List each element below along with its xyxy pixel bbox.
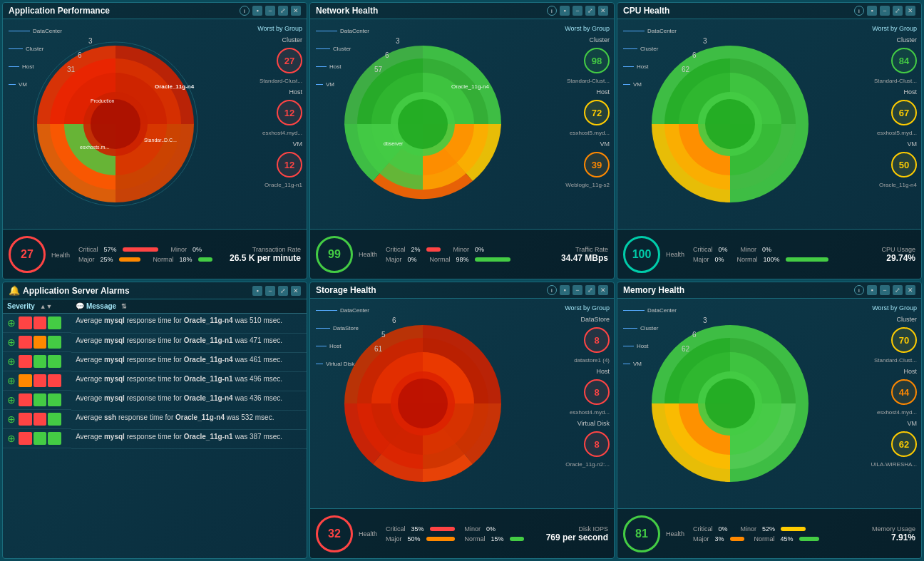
- severity-col-header[interactable]: Severity ▲▼: [3, 299, 71, 314]
- net-info-btn[interactable]: i: [547, 6, 557, 16]
- storage-vd-badge[interactable]: 8: [584, 431, 610, 457]
- severity-block: [34, 355, 47, 368]
- close-btn[interactable]: ✕: [291, 6, 301, 16]
- alarm-severity-cell: ⊕: [3, 314, 71, 333]
- storage-host-badge[interactable]: 8: [584, 379, 610, 405]
- menu-btn[interactable]: ▪: [252, 6, 262, 16]
- net-status-bar: 99 Health Critical 2% Minor 0% Major 0% …: [310, 229, 614, 279]
- alarm-min-btn[interactable]: −: [265, 286, 275, 296]
- alarm-severity-bar: [19, 413, 61, 426]
- svg-point-14: [398, 379, 448, 428]
- net-wbg-title: Worst by Group: [565, 25, 610, 32]
- storage-health-label: Health: [359, 530, 377, 537]
- storage-info-btn[interactable]: i: [547, 285, 557, 295]
- net-close-btn[interactable]: ✕: [598, 6, 608, 16]
- storage-min-btn[interactable]: −: [573, 285, 582, 295]
- severity-block: [48, 393, 61, 406]
- net-critical-pct: 2%: [411, 246, 421, 253]
- net-expand-btn[interactable]: ⤢: [585, 6, 595, 16]
- storage-close-btn[interactable]: ✕: [598, 285, 608, 295]
- min-btn[interactable]: −: [265, 6, 275, 16]
- net-metric: Traffic Rate 34.47 MBps: [561, 246, 608, 263]
- alarm-row: ⊕Average mysql response time for Oracle_…: [3, 314, 307, 334]
- svg-point-8: [398, 99, 448, 149]
- val-6: 6: [78, 51, 82, 59]
- cpu-cluster-badge[interactable]: 84: [891, 48, 917, 73]
- cpu-vm-badge[interactable]: 50: [891, 152, 917, 177]
- app-health-circle: 27: [9, 236, 46, 273]
- net-val-3: 3: [396, 37, 400, 45]
- info-btn[interactable]: i: [240, 6, 250, 16]
- app-host-badge[interactable]: 12: [277, 100, 302, 125]
- net-vm-badge[interactable]: 39: [584, 152, 610, 177]
- memory-cluster-name: Standard-Clust...: [874, 357, 917, 364]
- cpu-host-label: Host: [903, 88, 917, 96]
- severity-block: [34, 316, 47, 329]
- net-cluster-badge[interactable]: 98: [584, 48, 610, 73]
- app-vm-badge[interactable]: 12: [277, 152, 302, 177]
- alarm-add-icon[interactable]: ⊕: [7, 413, 16, 425]
- cpu-close-btn[interactable]: ✕: [905, 6, 915, 16]
- alarm-severity-cell: ⊕: [3, 391, 71, 410]
- memory-val-3: 3: [703, 316, 707, 324]
- storage-legend: DataCenter DataStore Host Virtual Disk: [316, 307, 369, 367]
- cpu-host-badge[interactable]: 67: [891, 100, 917, 125]
- cpu-minor-pct: 0%: [762, 246, 771, 253]
- app-worst-panel: Worst by Group Cluster 27 Standard-Clust…: [228, 19, 307, 229]
- app-host-label: Host: [289, 88, 302, 96]
- storage-menu-btn[interactable]: ▪: [560, 285, 570, 295]
- cpu-expand-btn[interactable]: ⤢: [893, 6, 903, 16]
- alarm-severity-cell: ⊕: [3, 352, 71, 371]
- memory-cluster-badge[interactable]: 70: [891, 327, 917, 353]
- storage-normal-bar: [510, 537, 524, 541]
- storage-vd-name: Oracle_11g-n2:...: [565, 461, 610, 468]
- app-wbg-title: Worst by Group: [257, 25, 302, 32]
- message-col-header[interactable]: 💬 Message ⇅: [71, 299, 307, 314]
- memory-controls[interactable]: i ▪ − ⤢ ✕: [854, 285, 915, 295]
- memory-vm-name: UILA-WIRESHA...: [871, 461, 917, 468]
- memory-menu-btn[interactable]: ▪: [867, 285, 877, 295]
- alarm-menu-btn[interactable]: ▪: [252, 286, 262, 296]
- alarm-add-icon[interactable]: ⊕: [7, 356, 16, 367]
- app-performance-controls[interactable]: i ▪ − ⤢ ✕: [240, 6, 301, 16]
- memory-minor-bar: [781, 527, 806, 531]
- memory-host-badge[interactable]: 44: [891, 379, 917, 405]
- cpu-controls[interactable]: i ▪ − ⤢ ✕: [854, 6, 915, 16]
- legend-vm: VM: [9, 81, 62, 88]
- memory-min-btn[interactable]: −: [880, 285, 890, 295]
- memory-info-btn[interactable]: i: [854, 285, 864, 295]
- app-normal-pct: 18%: [180, 256, 192, 263]
- alarm-expand-btn[interactable]: ⤢: [278, 286, 288, 296]
- storage-ds-badge[interactable]: 8: [584, 327, 610, 353]
- memory-vm-badge[interactable]: 62: [891, 431, 917, 457]
- cpu-min-btn[interactable]: −: [880, 6, 890, 16]
- net-legend: DataCenter Cluster Host VM: [316, 28, 369, 88]
- app-cluster-badge[interactable]: 27: [277, 48, 302, 73]
- storage-chart: DataCenter DataStore Host Virtual Disk 6…: [310, 299, 535, 508]
- alarm-add-icon[interactable]: ⊕: [7, 394, 16, 406]
- storage-controls[interactable]: i ▪ − ⤢ ✕: [547, 285, 608, 295]
- alarm-controls[interactable]: ▪ − ⤢ ✕: [252, 286, 301, 296]
- storage-expand-btn[interactable]: ⤢: [585, 285, 595, 295]
- memory-close-btn[interactable]: ✕: [905, 285, 915, 295]
- alarm-close-btn[interactable]: ✕: [291, 286, 301, 296]
- alarm-add-icon[interactable]: ⊕: [7, 317, 16, 329]
- network-controls[interactable]: i ▪ − ⤢ ✕: [547, 6, 608, 16]
- net-min-btn[interactable]: −: [573, 6, 582, 16]
- memory-normal-pct: 45%: [781, 535, 794, 542]
- net-host-label: Host: [596, 88, 610, 96]
- memory-health-circle: 81: [623, 515, 660, 552]
- net-menu-btn[interactable]: ▪: [560, 6, 570, 16]
- svg-text:dbserver: dbserver: [384, 141, 404, 146]
- storage-vd-label: Virtual Disk: [578, 420, 610, 427]
- alarm-add-icon[interactable]: ⊕: [7, 336, 16, 348]
- cpu-val-6: 6: [692, 51, 697, 59]
- memory-body: DataCenter Cluster Host VM 3 6 62 Worst …: [617, 299, 921, 508]
- alarm-add-icon[interactable]: ⊕: [7, 375, 16, 386]
- expand-btn[interactable]: ⤢: [278, 6, 288, 16]
- cpu-menu-btn[interactable]: ▪: [867, 6, 877, 16]
- memory-expand-btn[interactable]: ⤢: [893, 285, 903, 295]
- net-host-badge[interactable]: 72: [584, 100, 610, 125]
- cpu-info-btn[interactable]: i: [854, 6, 864, 16]
- alarm-add-icon[interactable]: ⊕: [7, 433, 16, 444]
